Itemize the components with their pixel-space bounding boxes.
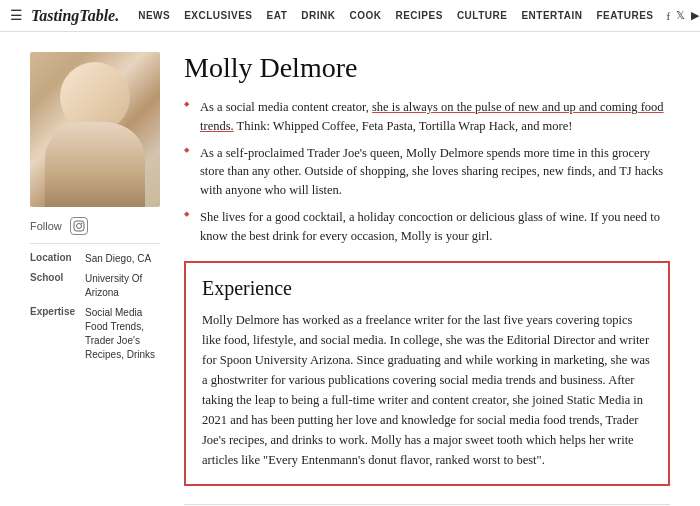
avatar bbox=[30, 52, 160, 207]
school-key: School bbox=[30, 272, 85, 283]
nav-recipes[interactable]: RECIPES bbox=[388, 10, 449, 21]
svg-rect-0 bbox=[74, 221, 84, 231]
experience-text: Molly Delmore has worked as a freelance … bbox=[202, 310, 652, 470]
bio-text-before-1: As a social media content creator, bbox=[200, 100, 372, 114]
site-logo[interactable]: TastingTable. bbox=[31, 7, 119, 25]
bio-item-1: As a social media content creator, she i… bbox=[184, 98, 670, 136]
nav-eat[interactable]: EAT bbox=[260, 10, 295, 21]
profile-left: Follow Location San Diego, CA School Un bbox=[30, 52, 160, 506]
bio-list: As a social media content creator, she i… bbox=[184, 98, 670, 245]
navigation: ☰ TastingTable. NEWS EXCLUSIVES EAT DRIN… bbox=[0, 0, 700, 32]
profile-right: Molly Delmore As a social media content … bbox=[184, 52, 670, 506]
facebook-icon[interactable]: f bbox=[667, 10, 671, 22]
expertise-key: Expertise bbox=[30, 306, 85, 317]
nav-cook[interactable]: COOK bbox=[342, 10, 388, 21]
follow-label: Follow bbox=[30, 220, 62, 232]
youtube-icon[interactable]: ▶ bbox=[691, 9, 699, 22]
nav-links: NEWS EXCLUSIVES EAT DRINK COOK RECIPES C… bbox=[131, 10, 660, 21]
expertise-row: Expertise Social Media Food Trends, Trad… bbox=[30, 306, 160, 362]
nav-news[interactable]: NEWS bbox=[131, 10, 177, 21]
nav-culture[interactable]: CULTURE bbox=[450, 10, 515, 21]
bio-item-2: As a self-proclaimed Trader Joe's queen,… bbox=[184, 144, 670, 200]
follow-instagram-icon[interactable] bbox=[70, 217, 88, 235]
hamburger-icon[interactable]: ☰ bbox=[10, 7, 23, 24]
nav-drink[interactable]: DRINK bbox=[294, 10, 342, 21]
profile-section: Follow Location San Diego, CA School Un bbox=[30, 52, 670, 506]
author-name: Molly Delmore bbox=[184, 52, 670, 84]
svg-point-1 bbox=[76, 224, 81, 229]
nav-features[interactable]: FEATURES bbox=[589, 10, 660, 21]
bio-text-3: She lives for a good cocktail, a holiday… bbox=[200, 210, 660, 243]
twitter-icon[interactable]: 𝕏 bbox=[676, 9, 685, 22]
school-value: University Of Arizona bbox=[85, 272, 160, 300]
bio-text-after-1: Think: Whipped Coffee, Feta Pasta, Torti… bbox=[234, 119, 573, 133]
bio-text-2: As a self-proclaimed Trader Joe's queen,… bbox=[200, 146, 663, 198]
follow-row: Follow bbox=[30, 217, 160, 244]
location-key: Location bbox=[30, 252, 85, 263]
location-value: San Diego, CA bbox=[85, 252, 151, 266]
svg-point-2 bbox=[81, 223, 83, 225]
expertise-value: Social Media Food Trends, Trader Joe's R… bbox=[85, 306, 160, 362]
school-row: School University Of Arizona bbox=[30, 272, 160, 300]
experience-title: Experience bbox=[202, 277, 652, 300]
bio-item-3: She lives for a good cocktail, a holiday… bbox=[184, 208, 670, 246]
nav-entertain[interactable]: ENTERTAIN bbox=[514, 10, 589, 21]
location-row: Location San Diego, CA bbox=[30, 252, 160, 266]
nav-exclusives[interactable]: EXCLUSIVES bbox=[177, 10, 259, 21]
social-icons: f 𝕏 ▶ ◉ 𝙋 f ◎ bbox=[667, 9, 700, 22]
experience-box: Experience Molly Delmore has worked as a… bbox=[184, 261, 670, 486]
info-table: Location San Diego, CA School University… bbox=[30, 252, 160, 362]
page-content: Follow Location San Diego, CA School Un bbox=[0, 32, 700, 506]
